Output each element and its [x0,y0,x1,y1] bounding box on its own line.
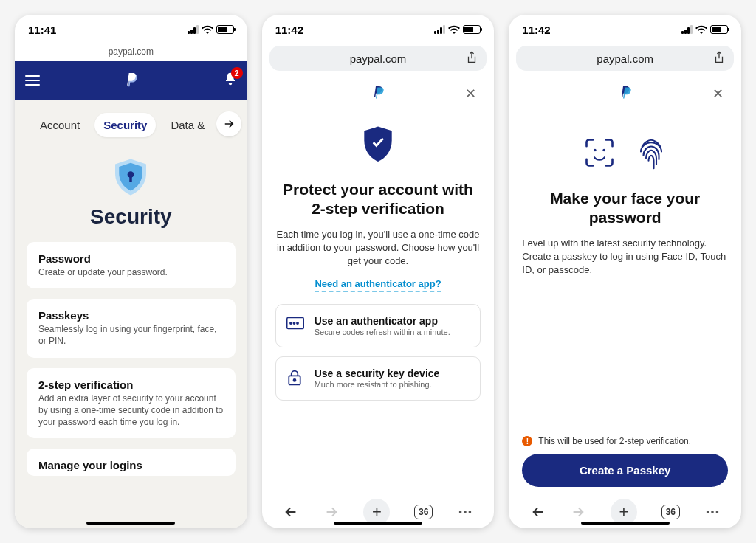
forward-icon[interactable] [570,504,586,520]
forward-icon[interactable] [323,504,340,520]
phone-2step: 11:42 paypal.com ✕ Protect your account … [262,15,495,528]
tab-account[interactable]: Account [31,113,89,137]
card-desc: Add an extra layer of security to your a… [38,392,224,429]
tab-row: Account Security Data & [15,100,247,148]
biometric-icons [522,137,728,171]
tab-security[interactable]: Security [94,113,156,137]
card-title: 2-step verification [38,378,224,391]
close-icon[interactable]: ✕ [712,86,724,102]
shield-check-icon [361,125,395,164]
menu-icon[interactable] [25,75,40,86]
svg-point-3 [289,322,291,324]
url-text: paypal.com [597,52,653,65]
svg-rect-1 [130,176,133,182]
tabs-scroll-right-button[interactable] [216,111,241,136]
clock: 11:42 [275,24,303,36]
page-subtitle: Level up with the latest security techno… [522,237,728,277]
more-icon[interactable] [457,504,473,520]
header-row: ✕ [522,78,728,108]
battery-icon [216,25,234,34]
fingerprint-icon [636,137,667,171]
card-desc: Create or update your password. [38,266,224,278]
share-icon[interactable] [713,51,725,66]
paypal-logo-icon [124,72,139,89]
signal-icon [681,25,693,34]
option-desc: Much more resistant to phishing. [315,380,440,389]
status-bar: 11:42 [509,15,741,44]
page-subtitle: Each time you log in, you'll use a one-t… [275,228,481,269]
url-label[interactable]: paypal.com [15,44,247,61]
svg-point-4 [293,322,295,324]
card-2step[interactable]: 2-step verification Add an extra layer o… [27,368,236,439]
status-icons [188,25,234,34]
create-passkey-button[interactable]: Create a Passkey [522,454,728,487]
svg-point-11 [594,149,597,152]
back-icon[interactable] [530,504,546,520]
svg-point-10 [469,511,472,513]
option-desc: Secure codes refresh within a minute. [315,328,450,336]
option-security-key[interactable]: Use a security key device Much more resi… [275,356,481,401]
home-indicator[interactable] [86,522,175,525]
twostep-content: ✕ Protect your account with 2-step verif… [262,75,495,494]
battery-icon [710,25,728,34]
card-passkeys[interactable]: Passkeys Seamlessly log in using your fi… [27,299,236,357]
page-title: Security [27,205,236,229]
card-title: Manage your logins [38,459,224,471]
home-indicator[interactable] [581,522,670,525]
svg-point-13 [706,511,709,513]
option-title: Use a security key device [315,367,440,379]
svg-point-8 [459,511,462,513]
notifications-bell-icon[interactable]: 2 [224,72,237,90]
status-bar: 11:42 [262,15,495,44]
option-authenticator-app[interactable]: Use an authenticator app Secure codes re… [275,304,481,347]
svg-point-9 [464,511,467,513]
authenticator-help-link[interactable]: Need an authenticator app? [315,278,441,292]
more-icon[interactable] [704,504,721,520]
phone-passkey: 11:42 paypal.com ✕ Make your face your p… [509,15,741,528]
svg-point-15 [715,511,718,513]
svg-point-14 [711,511,714,513]
url-text: paypal.com [350,52,407,65]
svg-point-7 [293,379,295,381]
status-bar: 11:41 [15,15,247,44]
share-icon[interactable] [466,51,478,66]
back-icon[interactable] [283,504,299,520]
shield-keyhole-icon [110,156,151,198]
wifi-icon [202,25,213,34]
svg-point-5 [296,322,298,324]
card-title: Passkeys [38,309,224,322]
card-title: Password [38,252,224,265]
wifi-icon [695,25,707,34]
card-password[interactable]: Password Create or update your password. [27,242,236,288]
battery-icon [463,25,481,34]
option-title: Use an authenticator app [315,315,450,327]
info-note: ! This will be used for 2-step verificat… [522,436,728,446]
tabs-count[interactable]: 36 [414,505,433,519]
status-icons [434,25,481,34]
clock: 11:41 [28,24,56,36]
url-bar[interactable]: paypal.com [516,46,734,71]
otp-icon [286,317,306,333]
status-icons [681,25,728,34]
face-id-icon [584,137,615,168]
paypal-logo-icon [371,85,385,101]
card-desc: Seamlessly log in using your fingerprint… [38,323,224,347]
clock: 11:42 [522,24,550,36]
phone-security-settings: 11:41 paypal.com 2 Account Security Data… [15,15,247,528]
page-title: Make your face your password [522,189,728,228]
url-bar[interactable]: paypal.com [269,46,487,71]
card-manage-logins[interactable]: Manage your logins [27,449,236,476]
home-indicator[interactable] [334,522,422,525]
tabs-count[interactable]: 36 [662,505,680,519]
notification-badge: 2 [231,67,243,79]
header-row: ✕ [275,78,481,108]
signal-icon [188,25,199,34]
close-icon[interactable]: ✕ [465,86,476,102]
info-icon: ! [522,436,532,446]
tab-data[interactable]: Data & [162,113,213,137]
security-page-content: Security Password Create or update your … [15,148,247,528]
arrow-right-icon [222,117,236,131]
paypal-logo-icon [619,85,632,101]
note-text: This will be used for 2-step verificatio… [538,436,691,446]
signal-icon [434,25,445,34]
